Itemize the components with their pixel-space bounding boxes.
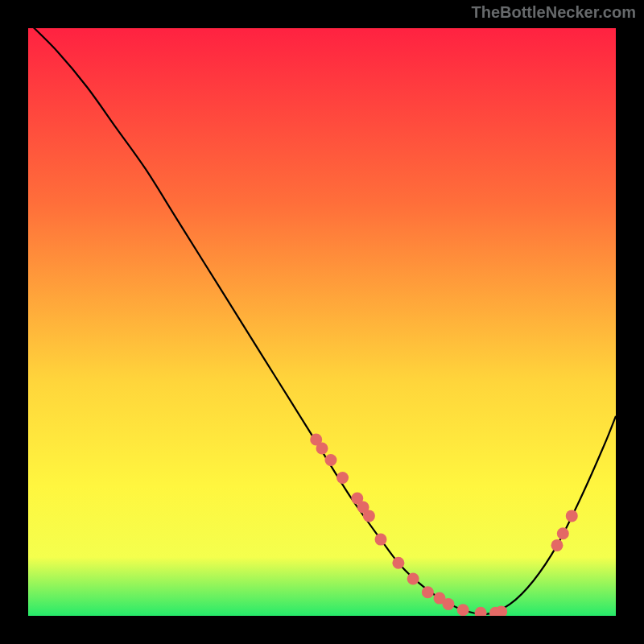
data-marker xyxy=(442,598,454,610)
data-marker xyxy=(457,604,469,616)
bottleneck-chart xyxy=(28,28,616,616)
data-marker xyxy=(324,454,336,466)
data-marker xyxy=(551,539,564,551)
data-marker xyxy=(375,534,387,546)
data-marker xyxy=(407,573,419,585)
data-marker xyxy=(566,510,578,522)
gradient-background xyxy=(28,28,616,616)
plot-area xyxy=(28,28,616,616)
attribution-label: TheBottleNecker.com xyxy=(471,3,636,22)
data-marker xyxy=(363,510,375,522)
data-marker xyxy=(336,472,349,484)
data-marker xyxy=(316,442,328,454)
data-marker xyxy=(557,527,569,539)
data-marker xyxy=(392,557,404,569)
data-marker xyxy=(422,586,434,598)
chart-container: TheBottleNecker.com xyxy=(0,0,644,644)
